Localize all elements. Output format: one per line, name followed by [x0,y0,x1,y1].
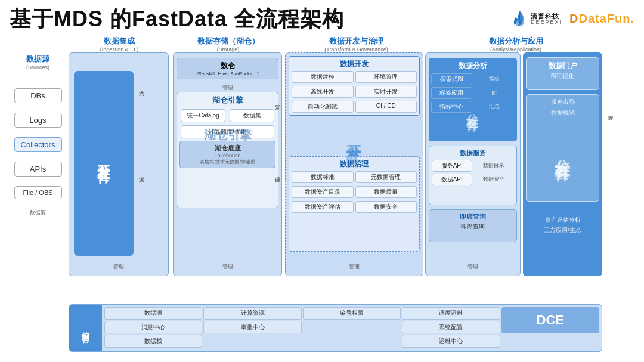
sources-header: 数据源 (Sources) [10,54,66,70]
storage-manage-label: 管理 [174,84,281,92]
dce-empty4 [501,335,599,347]
analysis-top-box: 数据分析 探索式BI 指标 标签应用 BI 指标中心 汇总 分析套件 [429,58,517,141]
app-third-party: 三方应用/生态 [526,226,599,234]
data-meta-label: 数据目录 [474,160,515,172]
model-box: 数据建模 [292,71,354,83]
meta-mgmt-box: 元数据管理 [355,171,417,183]
app-portal-title: 数据门户 [527,58,599,71]
dev-title: 数据开发 [292,59,417,69]
storage-warehouse-sub: (Redshift, Hive, StarRocks…) [179,71,275,76]
dce-empty3 [303,335,401,347]
source-file-obs: File / OBS [14,186,62,199]
app-asset-analysis: 资产评估分析 [526,216,599,224]
query-title: 即席查询 [429,210,516,221]
box-analysis: 数据分析 探索式BI 指标 标签应用 BI 指标中心 汇总 分析套件 [425,52,521,276]
metrics-center: 指标中心 [431,101,472,113]
source-logs: Logs [14,113,62,128]
autotest-box: 自动化测试 [292,101,354,113]
main-area: 数据源 (Sources) DBs Logs Collectors APIs F… [10,36,634,352]
analysis-title: 数据分析 [429,58,517,71]
analysis-bot-box: 即席查询 即席查询 [429,209,517,242]
arrow-analysis: → [424,69,429,75]
source-apis: APIs [14,162,62,177]
ingestion-manage-label: 管理 [69,263,168,271]
app-data-overview: 数据概览 [527,109,599,117]
transform-dev-header: 数据开发 数据建模 环境管理 离线开发 实时开发 自动化测试 CI / CD [289,56,420,116]
main-title: 基于MDS 的FastData 全流程架构 [10,7,344,31]
dce-datasource: 数据源 [104,307,202,320]
dce-message: 消息中心 [104,321,202,333]
dce-data-stack: 数据栈 [104,335,202,347]
gov-inner-box: 数据治理 数据标准 元数据管理 数据资产目录 数据质量 数据资产评估 数据安全 [289,156,420,252]
aggregate-label: 汇总 [474,101,515,113]
logo-datafun: DDataFun. [569,12,634,26]
header: 基于MDS 的FastData 全流程架构 滴普科技 DEEPEXI DData… [10,7,634,31]
sources-col-en: (Sources) [10,64,66,70]
explore-bi: 探索式BI [431,73,472,85]
app-service-market: 服务市场 [527,95,599,106]
bi-label: BI [474,87,515,99]
offline-box: 离线开发 [292,86,354,98]
data-service-label: 数据服务 [429,146,516,157]
ingestion-kit-box: 开发套件 采集 [74,71,134,256]
analysis-manage-label: 管理 [426,263,520,271]
gov-section: 数据治理 数据标准 元数据管理 数据资产目录 数据质量 数据资产评估 数据安全 [289,156,420,252]
security-box: 数据安全 [355,201,417,213]
sources-list: DBs Logs Collectors APIs File / OBS [10,88,66,204]
dce-empty1 [303,321,401,333]
analysis-mid-box: 数据服务 服务API 数据目录 数据API 数据资产 [429,146,517,205]
standard-box: 数据标准 [292,171,354,183]
service-api: 服务API [432,160,472,172]
dce-approval: 审批中心 [203,321,301,333]
dce-grid: 数据源 计算资源 鉴号权限 调度运维 DCE 消息中心 审批中心 系统配置 数据… [102,305,602,351]
ingestion-kit-label: 开发套件 [95,154,113,162]
ingestion-col-header: 数据集成 (Ingestion & EL) [69,36,170,52]
transform-manage-label: 管理 [286,263,423,271]
sources-column: 数据源 (Sources) DBs Logs Collectors APIs F… [10,36,66,352]
storage-warehouse-title: 数仓 [179,61,275,71]
tag-app: 标签应用 [431,87,472,99]
app-bottom-items: 资产评估分析 三方应用/生态 [526,205,599,246]
ingestion-kit-sub: 采集 [98,164,110,172]
app-kit-big: 分析套件 [527,122,599,181]
quality-box: 数据质量 [355,186,417,198]
box-transform: 数据开发 数据建模 环境管理 离线开发 实时开发 自动化测试 CI / CD 开… [285,52,423,276]
storage-col-header: 数据存储（湖仓） (Storage) [170,36,286,52]
dce-big-label: DCE [501,307,599,334]
app-kit-label: 分析套件 [552,147,573,156]
asset-catalog-box: 数据资产目录 [292,186,354,198]
analysis-col-header: 数据分析与应用 (Analysis/Application) [426,36,605,52]
flame-icon [512,10,528,29]
dce-auth: 鉴号权限 [303,307,401,320]
data-api: 数据API [432,174,472,185]
source-collectors: Collectors [14,137,62,152]
app-portal-box: 数据门户 BI可视化 [526,57,599,90]
transform-col-header: 数据开发与治理 (Transform & Governance) [286,36,426,52]
sources-col-cn: 数据源 [10,54,66,64]
cicd-box: CI / CD [355,101,417,113]
storage-warehouse-box: 数仓 (Redshift, Hive, StarRocks…) [177,58,278,79]
gov-title: 数据治理 [292,159,417,169]
logo-deepexi: 滴普科技 DEEPEXI [512,10,562,29]
box-app: 数据门户 BI可视化 服务市场 数据概览 分析套件 资产评估分析 三方应 [523,52,602,276]
app-bi-vis: BI可视化 [527,72,599,81]
metrics-label: 指标 [474,73,515,85]
source-dbs: DBs [14,88,62,103]
dce-sys-config: 系统配置 [402,321,500,333]
analysis-grid1: 探索式BI 指标 标签应用 BI 指标中心 汇总 [429,71,517,115]
dev-inner-box: 数据开发 数据建模 环境管理 离线开发 实时开发 自动化测试 CI / CD [289,56,420,116]
service-grid: 服务API 数据目录 数据API 数据资产 [429,157,516,188]
query-label: 即席查询 [429,222,516,231]
datasource-label: 数据源 [10,209,66,216]
arrow-manage-1: → [169,69,174,75]
realtime-box: 实时开发 [355,86,417,98]
transform-kit-label: 开发套件 [344,132,365,142]
lake-engine-title: 湖仓引擎 [179,95,275,106]
arrow-develop: → [281,69,287,75]
gov-grid: 数据标准 元数据管理 数据资产目录 数据质量 数据资产评估 数据安全 [292,171,417,213]
dce-compute: 计算资源 [203,307,301,320]
page: 基于MDS 的FastData 全流程架构 滴普科技 DEEPEXI DData… [0,0,644,362]
app-bottom-list: 资产评估分析 三方应用/生态 [526,216,599,234]
box-dce: 控制台 数据源 计算资源 鉴号权限 调度运维 DCE 消息中心 审批中心 系统配… [69,304,602,352]
logos: 滴普科技 DEEPEXI DDataFun. [512,10,634,29]
